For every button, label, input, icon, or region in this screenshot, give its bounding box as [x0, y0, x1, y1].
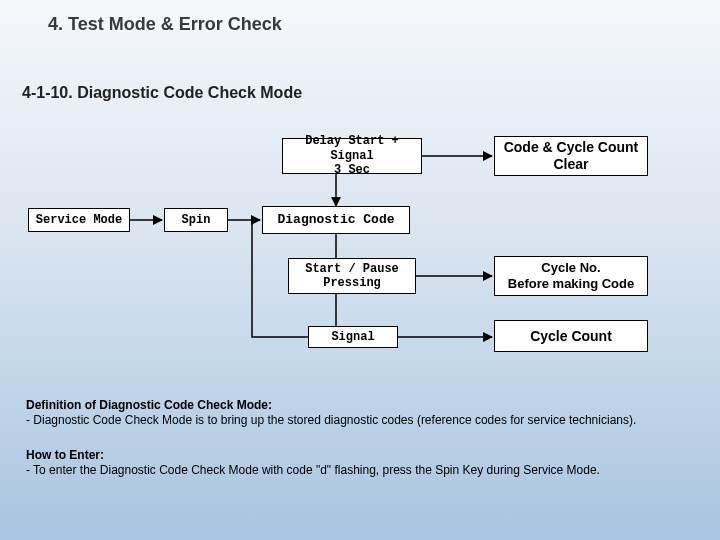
- box-cycle-count: Cycle Count: [494, 320, 648, 352]
- box-diagnostic-code: Diagnostic Code: [262, 206, 410, 234]
- howto-heading: How to Enter:: [26, 448, 104, 462]
- box-start-pause-pressing: Start / PausePressing: [288, 258, 416, 294]
- definition-body: - Diagnostic Code Check Mode is to bring…: [26, 413, 636, 427]
- definition-heading: Definition of Diagnostic Code Check Mode…: [26, 398, 272, 412]
- howto-body: - To enter the Diagnostic Code Check Mod…: [26, 463, 600, 477]
- howto-block: How to Enter: - To enter the Diagnostic …: [26, 448, 686, 478]
- section-subtitle: 4-1-10. Diagnostic Code Check Mode: [22, 84, 302, 102]
- page-title: 4. Test Mode & Error Check: [48, 14, 282, 35]
- box-spin: Spin: [164, 208, 228, 232]
- box-cycle-no-before-code: Cycle No.Before making Code: [494, 256, 648, 296]
- definition-block: Definition of Diagnostic Code Check Mode…: [26, 398, 686, 428]
- box-signal: Signal: [308, 326, 398, 348]
- box-service-mode: Service Mode: [28, 208, 130, 232]
- box-code-cycle-clear: Code & Cycle CountClear: [494, 136, 648, 176]
- box-delay-start-signal: Delay Start + Signal3 Sec: [282, 138, 422, 174]
